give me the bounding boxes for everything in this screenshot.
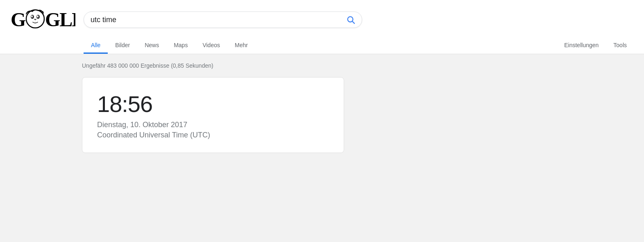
google-logo: G GLE <box>10 7 75 31</box>
tab-bilder[interactable]: Bilder <box>108 38 137 54</box>
tab-mehr[interactable]: Mehr <box>227 38 255 54</box>
nav-tabs: Alle Bilder News Maps Videos Mehr Einste… <box>10 38 634 54</box>
utc-widget-card: 18:56 Dienstag, 10. Oktober 2017 Coordin… <box>82 77 344 153</box>
svg-line-8 <box>352 21 354 23</box>
time-display: 18:56 <box>97 91 329 117</box>
nav-right: Einstellungen Tools <box>557 38 634 54</box>
svg-point-4 <box>31 16 33 18</box>
date-display: Dienstag, 10. Oktober 2017 <box>97 121 329 129</box>
timezone-display: Coordinated Universal Time (UTC) <box>97 131 329 139</box>
header: G GLE <box>0 0 644 54</box>
tab-videos[interactable]: Videos <box>195 38 227 54</box>
search-button[interactable] <box>346 15 355 24</box>
tab-news[interactable]: News <box>137 38 166 54</box>
svg-point-5 <box>37 16 39 18</box>
search-input[interactable] <box>91 16 346 24</box>
results-count: Ungefähr 483 000 000 Ergebnisse (0,85 Se… <box>82 62 634 69</box>
content: Ungefähr 483 000 000 Ergebnisse (0,85 Se… <box>0 54 644 161</box>
header-top: G GLE <box>10 7 634 38</box>
svg-text:G: G <box>11 9 26 30</box>
logo-container[interactable]: G GLE <box>10 7 75 33</box>
tab-maps[interactable]: Maps <box>166 38 195 54</box>
search-bar-wrapper <box>84 11 362 28</box>
tab-alle[interactable]: Alle <box>84 38 108 54</box>
search-icon <box>346 15 355 24</box>
search-bar <box>84 11 362 28</box>
svg-text:GLE: GLE <box>45 9 75 30</box>
tab-tools[interactable]: Tools <box>606 38 634 54</box>
tab-einstellungen[interactable]: Einstellungen <box>557 38 606 54</box>
